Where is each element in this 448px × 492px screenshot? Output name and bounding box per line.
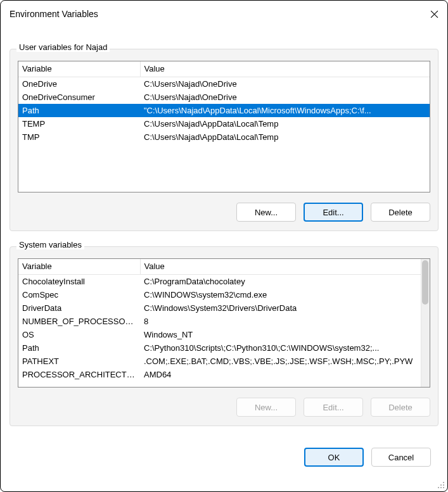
resize-grip[interactable] xyxy=(436,480,445,489)
cell-variable: ComSpec xyxy=(18,288,140,301)
cell-variable: PROCESSOR_ARCHITECTU... xyxy=(18,368,140,381)
cell-variable: TEMP xyxy=(18,117,140,130)
system-delete-button[interactable]: Delete xyxy=(371,398,430,417)
table-row[interactable]: TMPC:\Users\Najad\AppData\Local\Temp xyxy=(18,130,430,144)
cell-variable: OS xyxy=(18,328,140,341)
table-row[interactable]: PathC:\Python310\Scripts\;C:\Python310\;… xyxy=(18,341,430,355)
table-row[interactable]: ComSpecC:\WINDOWS\system32\cmd.exe xyxy=(18,288,430,301)
svg-point-3 xyxy=(440,484,442,486)
cell-value: C:\Python310\Scripts\;C:\Python310\;C:\W… xyxy=(140,341,430,355)
system-new-button[interactable]: New... xyxy=(236,398,296,417)
cell-variable: ChocolateyInstall xyxy=(18,275,140,289)
close-icon xyxy=(430,10,438,18)
system-edit-button[interactable]: Edit... xyxy=(304,398,363,417)
system-scrollbar-thumb[interactable] xyxy=(422,260,428,305)
system-variables-table[interactable]: Variable Value ChocolateyInstallC:\Progr… xyxy=(18,258,430,388)
system-col-variable[interactable]: Variable xyxy=(18,259,140,275)
svg-point-5 xyxy=(438,487,439,488)
user-col-variable[interactable]: Variable xyxy=(18,61,140,77)
user-col-value[interactable]: Value xyxy=(140,61,430,77)
cell-variable: OneDriveConsumer xyxy=(18,91,140,104)
svg-point-7 xyxy=(443,487,444,488)
table-row[interactable]: NUMBER_OF_PROCESSORS8 xyxy=(18,315,430,328)
table-row[interactable]: DriverDataC:\Windows\System32\Drivers\Dr… xyxy=(18,301,430,315)
user-variables-group: User variables for Najad Variable Value … xyxy=(10,49,438,231)
cell-value: 8 xyxy=(140,315,430,328)
cell-value: .COM;.EXE;.BAT;.CMD;.VBS;.VBE;.JS;.JSE;.… xyxy=(140,355,430,368)
system-variables-group: System variables Variable Value Chocolat… xyxy=(10,246,438,426)
system-scrollbar[interactable] xyxy=(421,259,430,387)
user-variables-table[interactable]: Variable Value OneDriveC:\Users\Najad\On… xyxy=(18,61,430,192)
cell-variable: Path xyxy=(18,341,140,355)
cell-variable: PATHEXT xyxy=(18,355,140,368)
cell-value: C:\Users\Najad\AppData\Local\Temp xyxy=(140,117,430,130)
table-row[interactable]: OneDriveC:\Users\Najad\OneDrive xyxy=(18,77,430,91)
close-button[interactable] xyxy=(430,9,438,18)
system-variables-label: System variables xyxy=(16,240,84,249)
user-edit-button[interactable]: Edit... xyxy=(304,203,363,222)
system-col-value[interactable]: Value xyxy=(140,259,430,275)
cell-value: AMD64 xyxy=(140,368,430,381)
ok-button[interactable]: OK xyxy=(304,448,364,467)
cell-value: C:\Users\Najad\AppData\Local\Temp xyxy=(140,130,430,144)
table-row[interactable]: Path"C:\Users\Najad\AppData\Local\Micros… xyxy=(18,104,430,117)
user-delete-button[interactable]: Delete xyxy=(371,203,430,222)
table-row[interactable]: PATHEXT.COM;.EXE;.BAT;.CMD;.VBS;.VBE;.JS… xyxy=(18,355,430,368)
cell-value: "C:\Users\Najad\AppData\Local\Microsoft\… xyxy=(140,104,430,117)
cell-value: C:\Windows\System32\Drivers\DriverData xyxy=(140,301,430,315)
cell-value: C:\WINDOWS\system32\cmd.exe xyxy=(140,288,430,301)
cancel-button[interactable]: Cancel xyxy=(371,448,431,467)
cell-value: C:\Users\Najad\OneDrive xyxy=(140,77,430,91)
svg-point-4 xyxy=(443,484,444,486)
cell-variable: OneDrive xyxy=(18,77,140,91)
user-new-button[interactable]: New... xyxy=(236,203,296,222)
table-row[interactable]: OneDriveConsumerC:\Users\Najad\OneDrive xyxy=(18,91,430,104)
svg-point-2 xyxy=(443,482,444,483)
cell-variable: NUMBER_OF_PROCESSORS xyxy=(18,315,140,328)
table-row[interactable]: OSWindows_NT xyxy=(18,328,430,341)
table-row[interactable]: TEMPC:\Users\Najad\AppData\Local\Temp xyxy=(18,117,430,130)
cell-value: Windows_NT xyxy=(140,328,430,341)
cell-value: C:\ProgramData\chocolatey xyxy=(140,275,430,289)
user-variables-label: User variables for Najad xyxy=(16,42,110,52)
cell-variable: DriverData xyxy=(18,301,140,315)
cell-value: C:\Users\Najad\OneDrive xyxy=(140,91,430,104)
cell-variable: TMP xyxy=(18,130,140,144)
table-row[interactable]: PROCESSOR_ARCHITECTU...AMD64 xyxy=(18,368,430,381)
resize-grip-icon xyxy=(436,480,445,489)
titlebar: Environment Variables xyxy=(1,1,447,27)
window-title: Environment Variables xyxy=(10,9,98,19)
svg-point-6 xyxy=(440,487,442,488)
table-row[interactable]: ChocolateyInstallC:\ProgramData\chocolat… xyxy=(18,275,430,289)
cell-variable: Path xyxy=(18,104,140,117)
